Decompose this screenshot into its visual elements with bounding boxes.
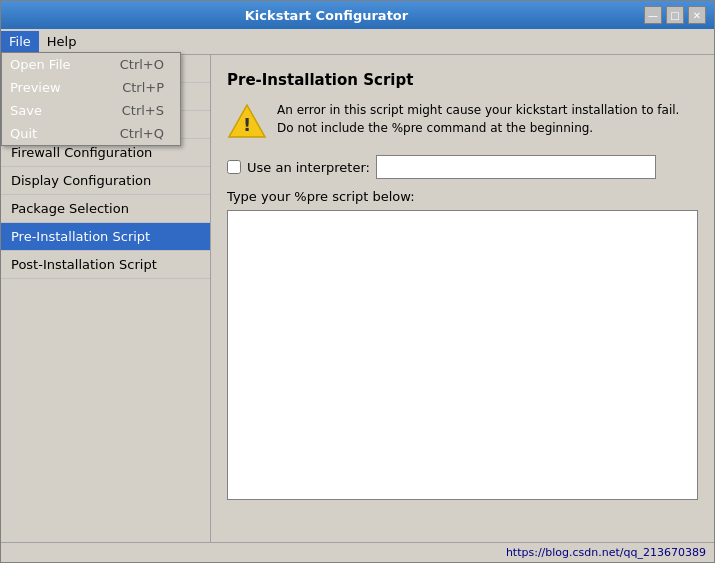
interpreter-row: Use an interpreter:	[227, 155, 698, 179]
help-menu-label: Help	[47, 34, 77, 49]
preview-label: Preview	[10, 80, 61, 95]
main-window: Kickstart Configurator — □ ✕ File Open F…	[0, 0, 715, 563]
preview-shortcut: Ctrl+P	[122, 80, 164, 95]
warning-icon: !	[227, 101, 267, 141]
save-label: Save	[10, 103, 42, 118]
script-label: Type your %pre script below:	[227, 189, 698, 204]
file-menu-label: File	[9, 34, 31, 49]
sidebar-item-label: Display Configuration	[11, 173, 151, 188]
sidebar-item-label: Post-Installation Script	[11, 257, 157, 272]
sidebar-item-display-configuration[interactable]: Display Configuration	[1, 167, 210, 195]
sidebar-item-label: Package Selection	[11, 201, 129, 216]
status-bar: https://blog.csdn.net/qq_213670389	[1, 542, 714, 562]
open-file-item[interactable]: Open File Ctrl+O	[2, 53, 180, 76]
use-interpreter-label: Use an interpreter:	[247, 160, 370, 175]
panel-title: Pre-Installation Script	[227, 71, 698, 89]
quit-shortcut: Ctrl+Q	[120, 126, 164, 141]
minimize-button[interactable]: —	[644, 6, 662, 24]
quit-label: Quit	[10, 126, 37, 141]
sidebar-item-label: Pre-Installation Script	[11, 229, 150, 244]
main-panel: Pre-Installation Script ! An error in th…	[211, 55, 714, 542]
file-dropdown: Open File Ctrl+O Preview Ctrl+P Save Ctr…	[1, 52, 181, 146]
sidebar-item-package-selection[interactable]: Package Selection	[1, 195, 210, 223]
help-menu[interactable]: Help	[39, 31, 85, 52]
open-file-label: Open File	[10, 57, 71, 72]
maximize-button[interactable]: □	[666, 6, 684, 24]
title-bar: Kickstart Configurator — □ ✕	[1, 1, 714, 29]
save-item[interactable]: Save Ctrl+S	[2, 99, 180, 122]
svg-text:!: !	[243, 114, 251, 135]
window-controls: — □ ✕	[644, 6, 706, 24]
preview-item[interactable]: Preview Ctrl+P	[2, 76, 180, 99]
warning-message: An error in this script might cause your…	[277, 101, 698, 137]
file-menu[interactable]: File Open File Ctrl+O Preview Ctrl+P Sav…	[1, 31, 39, 52]
open-file-shortcut: Ctrl+O	[120, 57, 164, 72]
quit-item[interactable]: Quit Ctrl+Q	[2, 122, 180, 145]
window-title: Kickstart Configurator	[9, 8, 644, 23]
sidebar-item-label: Firewall Configuration	[11, 145, 152, 160]
status-url: https://blog.csdn.net/qq_213670389	[506, 546, 706, 559]
interpreter-input[interactable]	[376, 155, 656, 179]
close-button[interactable]: ✕	[688, 6, 706, 24]
warning-box: ! An error in this script might cause yo…	[227, 101, 698, 141]
sidebar-item-post-installation-script[interactable]: Post-Installation Script	[1, 251, 210, 279]
script-textarea[interactable]	[227, 210, 698, 500]
save-shortcut: Ctrl+S	[122, 103, 164, 118]
sidebar-item-pre-installation-script[interactable]: Pre-Installation Script	[1, 223, 210, 251]
menu-bar: File Open File Ctrl+O Preview Ctrl+P Sav…	[1, 29, 714, 55]
use-interpreter-checkbox[interactable]	[227, 160, 241, 174]
